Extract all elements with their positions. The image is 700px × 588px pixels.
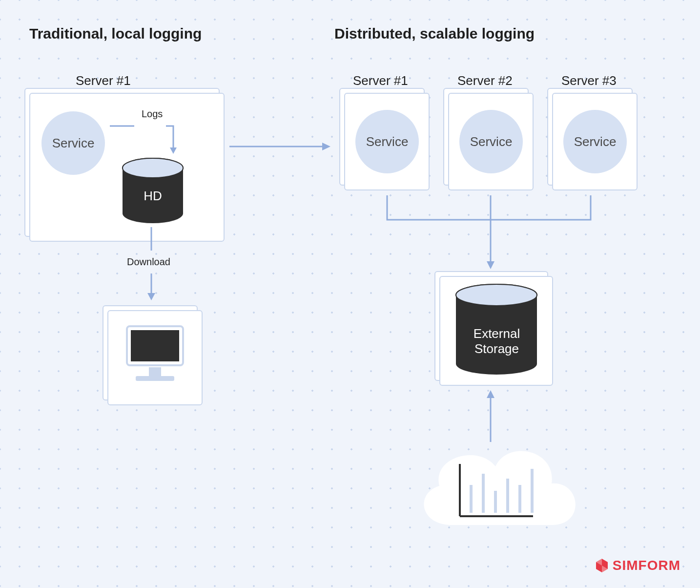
heading-traditional: Traditional, local logging bbox=[29, 25, 202, 42]
service-circle-2: Service bbox=[459, 110, 523, 173]
service-circle-left: Service bbox=[41, 111, 105, 175]
diagram-canvas: Traditional, local logging Server #1 Ser… bbox=[0, 0, 700, 588]
transition-arrow bbox=[227, 139, 334, 154]
svg-rect-7 bbox=[149, 367, 161, 376]
brand-text: SIMFORM bbox=[613, 558, 680, 573]
service-label-1: Service bbox=[366, 134, 409, 149]
computer-icon bbox=[122, 322, 188, 391]
hd-label: HD bbox=[144, 189, 162, 203]
server-label-1: Server #1 bbox=[353, 73, 408, 88]
server-label-2: Server #2 bbox=[457, 73, 513, 88]
server-label-left: Server #1 bbox=[76, 73, 131, 88]
heading-distributed: Distributed, scalable logging bbox=[334, 25, 535, 42]
converge-arrow bbox=[366, 193, 620, 276]
service-label-2: Service bbox=[470, 134, 513, 149]
external-storage-label: External Storage bbox=[454, 326, 539, 357]
service-circle-1: Service bbox=[355, 110, 419, 173]
svg-rect-6 bbox=[131, 330, 179, 361]
hd-cylinder-icon: HD bbox=[121, 157, 185, 226]
svg-rect-8 bbox=[136, 376, 174, 381]
svg-point-10 bbox=[456, 284, 537, 306]
logs-arrow bbox=[105, 112, 183, 166]
service-circle-3: Service bbox=[563, 110, 627, 173]
service-label-left: Service bbox=[52, 136, 95, 151]
brand-logo: SIMFORM bbox=[594, 558, 680, 573]
chart-icon bbox=[454, 462, 537, 523]
download-arrow bbox=[144, 227, 159, 303]
service-label-3: Service bbox=[574, 134, 617, 149]
server-label-3: Server #3 bbox=[561, 73, 617, 88]
simform-logo-icon bbox=[594, 558, 610, 573]
